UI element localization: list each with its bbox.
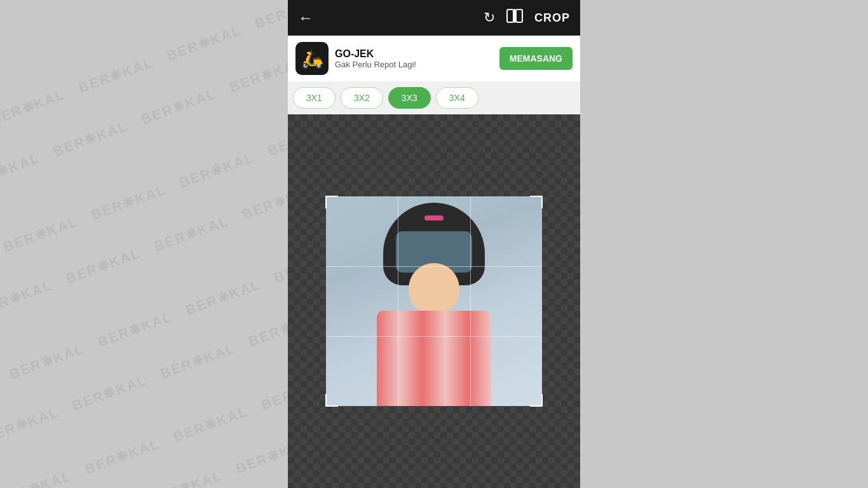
canvas-area bbox=[288, 114, 580, 488]
top-bar-left: ← bbox=[298, 9, 313, 27]
top-bar: ← ↻ CROP bbox=[288, 0, 580, 36]
ad-text-block: GO-JEK Gak Perlu Repot Lagi! bbox=[335, 48, 493, 69]
crop-label[interactable]: CROP bbox=[534, 11, 570, 25]
ratio-tabs-bar: 3X1 3X2 3X3 3X4 bbox=[288, 81, 580, 114]
phone-container: ← ↻ CROP 🛵 GO-JEK Gak Perlu Repot Lagi! … bbox=[288, 0, 580, 488]
rotate-icon[interactable]: ↻ bbox=[484, 10, 495, 26]
ad-title: GO-JEK bbox=[335, 48, 493, 60]
corner-handle-br[interactable] bbox=[530, 394, 543, 407]
ad-subtitle: Gak Perlu Repot Lagi! bbox=[335, 60, 493, 69]
top-bar-right: ↻ CROP bbox=[484, 9, 570, 27]
ad-app-icon: 🛵 bbox=[295, 42, 329, 75]
ratio-tab-3x1[interactable]: 3X1 bbox=[293, 87, 336, 109]
body-sweater bbox=[377, 311, 491, 406]
face bbox=[409, 263, 459, 314]
compare-icon[interactable] bbox=[506, 9, 523, 27]
corner-handle-tl[interactable] bbox=[325, 196, 338, 208]
crop-frame[interactable] bbox=[326, 196, 542, 406]
ratio-tab-3x4[interactable]: 3X4 bbox=[436, 87, 478, 109]
svg-rect-1 bbox=[516, 10, 522, 22]
svg-rect-0 bbox=[507, 10, 513, 22]
gojek-icon: 🛵 bbox=[301, 48, 323, 69]
ratio-tab-3x3[interactable]: 3X3 bbox=[388, 87, 431, 109]
ratio-tab-3x2[interactable]: 3X2 bbox=[341, 87, 383, 109]
ad-banner: 🛵 GO-JEK Gak Perlu Repot Lagi! MEMASANG bbox=[288, 36, 580, 81]
person-illustration bbox=[364, 203, 504, 406]
corner-handle-bl[interactable] bbox=[325, 394, 338, 407]
ad-install-button[interactable]: MEMASANG bbox=[499, 47, 573, 70]
corner-handle-tr[interactable] bbox=[530, 196, 543, 208]
back-button[interactable]: ← bbox=[298, 9, 313, 27]
photo-background bbox=[326, 196, 542, 406]
helmet-stripe bbox=[424, 215, 444, 220]
